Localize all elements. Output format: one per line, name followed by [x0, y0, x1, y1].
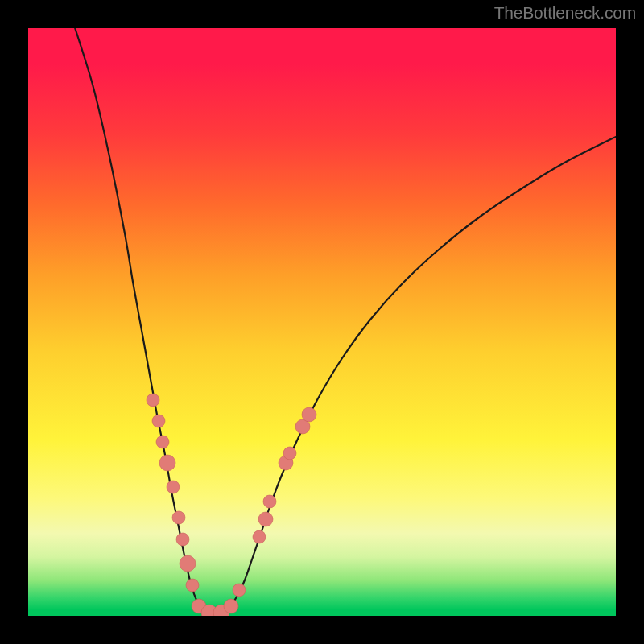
chart-svg [28, 28, 616, 616]
data-dot [180, 555, 196, 572]
data-dot [176, 533, 189, 546]
data-dot [258, 512, 273, 526]
data-dot [283, 447, 296, 460]
data-dot [159, 455, 175, 471]
plot-area [28, 28, 616, 616]
data-dot [152, 415, 165, 427]
data-dot [253, 530, 266, 543]
left-curve [72, 28, 213, 613]
data-dot [156, 436, 169, 448]
data-dots [147, 394, 316, 616]
data-dot [302, 407, 316, 422]
data-dot [224, 599, 238, 613]
data-dot [233, 584, 246, 597]
data-dot [186, 579, 199, 592]
data-dot [263, 495, 276, 508]
data-dot [167, 481, 180, 493]
data-dot [172, 511, 185, 524]
right-curve [213, 133, 616, 613]
watermark-text: TheBottleneck.com [494, 3, 636, 23]
data-dot [147, 394, 159, 407]
outer-frame: TheBottleneck.com [0, 0, 644, 644]
